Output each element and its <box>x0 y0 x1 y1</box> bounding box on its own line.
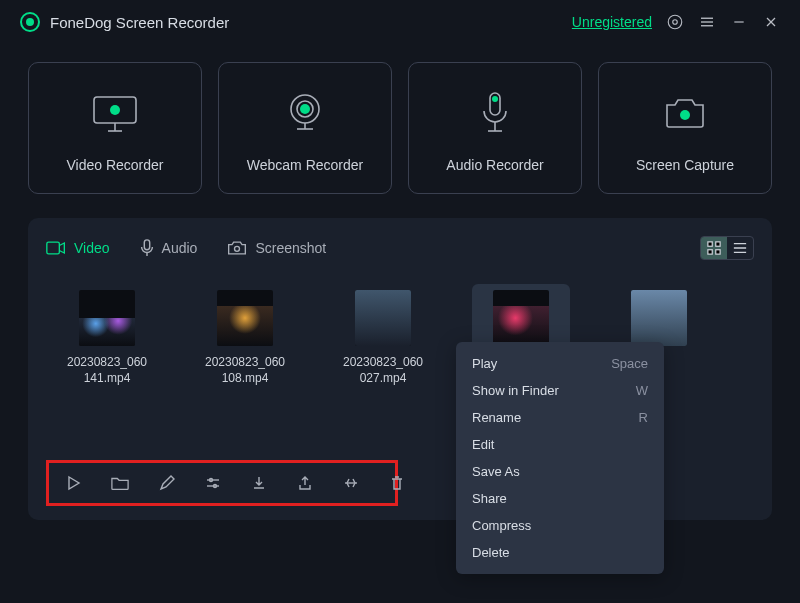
ctx-rename[interactable]: Rename R <box>456 404 664 431</box>
file-name: 20230823_060141.mp4 <box>64 354 150 386</box>
ctx-save-as[interactable]: Save As <box>456 458 664 485</box>
list-item[interactable]: 20230823_060141.mp4 <box>58 284 156 390</box>
ctx-play[interactable]: Play Space <box>456 350 664 377</box>
play-icon[interactable] <box>65 473 81 493</box>
camera-icon <box>660 91 710 135</box>
close-icon[interactable] <box>762 13 780 31</box>
svg-rect-26 <box>708 250 712 254</box>
delete-icon[interactable] <box>389 473 405 493</box>
ctx-label: Show in Finder <box>472 383 559 398</box>
view-toggle <box>700 236 754 260</box>
action-bar <box>46 460 398 506</box>
share-icon[interactable] <box>297 473 313 493</box>
ctx-label: Save As <box>472 464 520 479</box>
tab-label: Screenshot <box>255 240 326 256</box>
context-menu: Play Space Show in Finder W Rename R Edi… <box>456 342 664 574</box>
svg-point-0 <box>668 15 682 29</box>
webcam-icon <box>281 91 329 135</box>
ctx-show-in-finder[interactable]: Show in Finder W <box>456 377 664 404</box>
ctx-delete[interactable]: Delete <box>456 539 664 566</box>
ctx-label: Delete <box>472 545 510 560</box>
edit-icon[interactable] <box>159 473 175 493</box>
microphone-icon <box>475 91 515 135</box>
svg-rect-24 <box>708 242 712 246</box>
mode-label: Audio Recorder <box>446 157 543 173</box>
license-status-link[interactable]: Unregistered <box>572 14 652 30</box>
tab-label: Audio <box>162 240 198 256</box>
trim-icon[interactable] <box>343 473 359 493</box>
ctx-label: Compress <box>472 518 531 533</box>
sliders-icon[interactable] <box>205 473 221 493</box>
svg-rect-21 <box>144 240 149 250</box>
ctx-compress[interactable]: Compress <box>456 512 664 539</box>
ctx-share[interactable]: Share <box>456 485 664 512</box>
file-name: 20230823_060108.mp4 <box>202 354 288 386</box>
ctx-edit[interactable]: Edit <box>456 431 664 458</box>
video-thumbnail-icon <box>355 290 411 346</box>
video-thumbnail-icon <box>493 290 549 346</box>
settings-gear-icon[interactable] <box>666 13 684 31</box>
tab-screenshot[interactable]: Screenshot <box>227 240 326 256</box>
mode-video-recorder[interactable]: Video Recorder <box>28 62 202 194</box>
titlebar: FoneDog Screen Recorder Unregistered <box>0 0 800 44</box>
svg-point-1 <box>673 20 678 25</box>
ctx-shortcut: W <box>636 383 648 398</box>
library-tabs: Video Audio Screenshot <box>46 236 754 274</box>
mode-audio-recorder[interactable]: Audio Recorder <box>408 62 582 194</box>
ctx-label: Rename <box>472 410 521 425</box>
svg-point-13 <box>300 104 310 114</box>
mode-label: Screen Capture <box>636 157 734 173</box>
ctx-label: Share <box>472 491 507 506</box>
tab-label: Video <box>74 240 110 256</box>
svg-point-19 <box>680 110 690 120</box>
app-logo-icon <box>20 12 40 32</box>
video-thumbnail-icon <box>631 290 687 346</box>
svg-point-16 <box>492 96 498 102</box>
ctx-shortcut: Space <box>611 356 648 371</box>
monitor-icon <box>88 91 142 135</box>
list-view-button[interactable] <box>727 237 753 259</box>
app-title: FoneDog Screen Recorder <box>50 14 229 31</box>
ctx-shortcut: R <box>639 410 648 425</box>
mode-label: Webcam Recorder <box>247 157 363 173</box>
tab-video[interactable]: Video <box>46 240 110 256</box>
hamburger-menu-icon[interactable] <box>698 13 716 31</box>
svg-rect-25 <box>716 242 720 246</box>
ctx-label: Edit <box>472 437 494 452</box>
svg-point-23 <box>235 246 240 251</box>
video-thumbnail-icon <box>217 290 273 346</box>
download-icon[interactable] <box>251 473 267 493</box>
grid-view-button[interactable] <box>701 237 727 259</box>
mode-screen-capture[interactable]: Screen Capture <box>598 62 772 194</box>
open-folder-icon[interactable] <box>111 473 129 493</box>
svg-rect-27 <box>716 250 720 254</box>
ctx-label: Play <box>472 356 497 371</box>
tab-audio[interactable]: Audio <box>140 239 198 257</box>
mode-label: Video Recorder <box>66 157 163 173</box>
minimize-icon[interactable] <box>730 13 748 31</box>
list-item[interactable]: 20230823_060027.mp4 <box>334 284 432 390</box>
mode-cards: Video Recorder Webcam Recorder Audio Rec… <box>0 44 800 202</box>
file-name: 20230823_060027.mp4 <box>340 354 426 386</box>
video-thumbnail-icon <box>79 290 135 346</box>
svg-rect-20 <box>47 242 60 254</box>
list-item[interactable]: 20230823_060108.mp4 <box>196 284 294 390</box>
mode-webcam-recorder[interactable]: Webcam Recorder <box>218 62 392 194</box>
svg-point-11 <box>110 105 120 115</box>
